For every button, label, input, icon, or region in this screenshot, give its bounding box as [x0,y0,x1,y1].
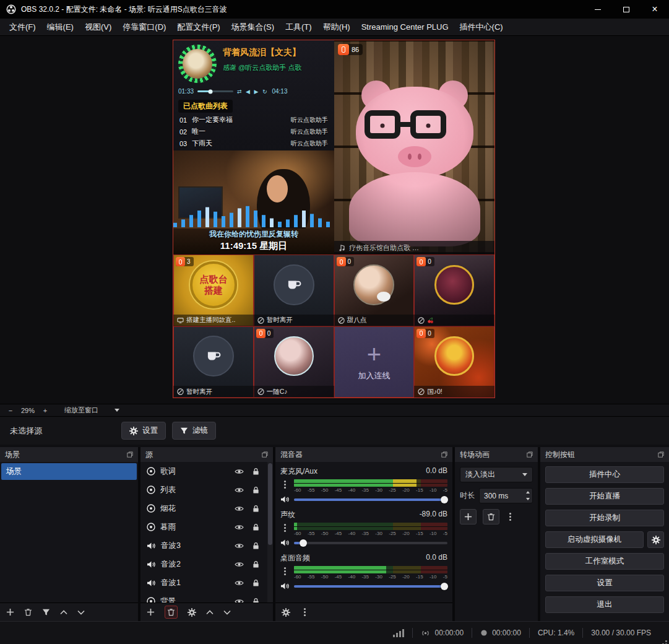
advanced-audio-button[interactable] [282,608,290,617]
zoom-fit-dropdown[interactable]: 缩放至窗口 [64,406,119,415]
source-row[interactable]: 音波2 [140,555,273,573]
scene-up-button[interactable] [60,610,67,615]
lock-icon[interactable] [252,505,259,513]
connect-badge-icon [338,44,349,55]
mixer-menu-button[interactable] [300,607,309,617]
menu-docks[interactable]: 停靠窗口(D) [117,19,171,36]
mute-toggle-icon[interactable] [280,495,290,503]
transition-select[interactable]: 淡入淡出 [460,467,533,482]
menu-tools[interactable]: 工具(T) [280,19,317,36]
resize-grip[interactable] [665,640,667,642]
visibility-eye-icon[interactable] [235,580,244,586]
scene-filters-button[interactable] [42,608,50,616]
spin-up-button[interactable] [526,489,530,494]
virtual-camera-settings-button[interactable] [647,531,664,548]
spin-down-button[interactable] [526,498,530,502]
lock-icon[interactable] [252,542,259,550]
lock-icon[interactable] [252,598,259,603]
dock-popout-icon[interactable] [262,451,268,458]
transition-menu-button[interactable] [506,512,514,522]
transitions-dock-title: 转场动画 [460,450,490,460]
lock-icon[interactable] [252,468,259,476]
channel-menu-button[interactable] [280,566,289,576]
visibility-eye-icon[interactable] [235,542,244,549]
visibility-eye-icon[interactable] [235,524,244,531]
guest-badge: 3 [176,257,194,266]
volume-slider-knob[interactable] [300,539,307,547]
menu-plugin-center[interactable]: 插件中心(C) [454,19,509,36]
close-button[interactable]: × [641,0,669,19]
properties-button[interactable]: 设置 [121,422,166,440]
visibility-eye-icon[interactable] [235,598,244,603]
remove-transition-button[interactable] [483,509,499,524]
duration-spinbox[interactable]: 300 ms [479,488,533,503]
zoom-in-button[interactable]: + [41,407,50,414]
add-transition-button[interactable] [460,509,477,524]
player-controls-icons: ⇄ ◀ ▶ ↻ [237,89,268,95]
audio-meter [294,479,447,487]
source-row[interactable]: 列表 [140,481,273,499]
source-down-button[interactable] [223,610,231,615]
song-title: 背着风流泪【文夫】 [223,47,301,58]
menu-profile[interactable]: 配置文件(P) [171,19,225,36]
source-row[interactable]: 烟花 [140,499,273,518]
source-row[interactable]: 歌词 [140,462,273,481]
maximize-button[interactable] [612,0,641,19]
add-scene-button[interactable] [6,608,14,616]
visibility-eye-icon[interactable] [235,487,244,494]
source-row[interactable]: 暮雨 [140,518,273,536]
plugin-center-button[interactable]: 插件中心 [545,466,664,483]
start-virtual-camera-button[interactable]: 启动虚拟摄像机 [545,531,644,548]
menu-scene-collection[interactable]: 场景集合(S) [226,19,280,36]
menu-file[interactable]: 文件(F) [4,19,41,36]
channel-menu-button[interactable] [280,479,289,489]
stream-status: 00:00:00 [413,629,472,637]
dock-popout-icon[interactable] [127,451,133,458]
sources-dock-title: 源 [145,450,153,460]
guest-cell: 0 一随C♪ [254,326,334,398]
dock-popout-icon[interactable] [658,451,664,458]
visibility-eye-icon[interactable] [235,468,244,475]
volume-slider[interactable] [294,585,447,588]
minimize-button[interactable] [584,0,612,19]
volume-slider[interactable] [294,498,447,501]
sources-scrollbar[interactable] [267,462,273,603]
dock-popout-icon[interactable] [441,451,447,458]
volume-slider-knob[interactable] [441,583,448,590]
menu-streaming-center[interactable]: Streaming Center PLUG [356,19,454,36]
remove-source-button[interactable] [165,606,178,619]
source-up-button[interactable] [206,610,214,615]
mute-toggle-icon[interactable] [280,539,290,547]
mute-icon [418,317,425,324]
volume-slider-knob[interactable] [441,496,448,503]
lock-icon[interactable] [252,523,259,531]
filters-button[interactable]: 滤镜 [172,422,216,440]
source-properties-button[interactable] [188,608,196,617]
studio-mode-button[interactable]: 工作室模式 [545,553,664,570]
scene-down-button[interactable] [77,610,85,615]
join-cell[interactable]: + 加入连线 [334,326,415,398]
start-recording-button[interactable]: 开始录制 [545,510,664,526]
source-row[interactable]: 音波1 [140,573,273,592]
start-streaming-button[interactable]: 开始直播 [545,488,664,505]
visibility-eye-icon[interactable] [235,561,244,568]
exit-button[interactable]: 退出 [545,596,664,613]
volume-slider[interactable] [294,542,447,544]
channel-menu-button[interactable] [280,523,289,533]
remove-scene-button[interactable] [24,608,32,616]
lock-icon[interactable] [252,486,259,494]
settings-button[interactable]: 设置 [545,575,664,591]
lock-icon[interactable] [252,560,259,568]
add-source-button[interactable] [147,608,155,616]
dock-popout-icon[interactable] [527,451,533,458]
source-row[interactable]: 背景 [140,592,273,603]
menu-view[interactable]: 视图(V) [79,19,117,36]
zoom-out-button[interactable]: − [6,407,15,414]
source-row[interactable]: 音波3 [140,536,273,555]
menu-help[interactable]: 帮助(H) [317,19,356,36]
mute-toggle-icon[interactable] [280,582,290,590]
lock-icon[interactable] [252,579,259,587]
scene-item[interactable]: 场景 [1,463,137,480]
menu-edit[interactable]: 编辑(E) [41,19,79,36]
visibility-eye-icon[interactable] [235,505,244,512]
